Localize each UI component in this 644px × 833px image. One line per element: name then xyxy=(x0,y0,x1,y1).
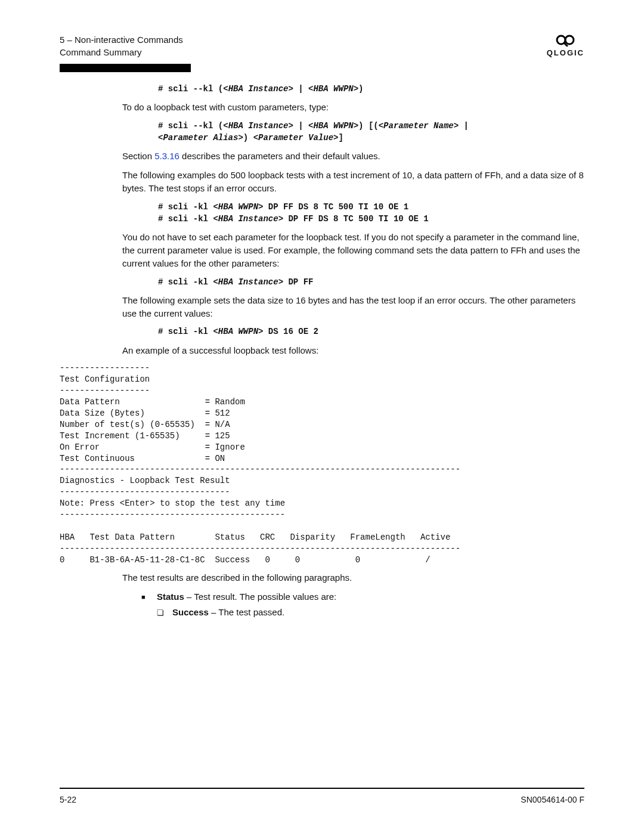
header-divider xyxy=(60,64,191,72)
command-block-4: # scli -kl <HBA Instance> DP FF xyxy=(158,276,584,288)
page-number: 5-22 xyxy=(60,794,76,806)
paragraph: The following example sets the data size… xyxy=(122,294,584,320)
terminal-output: ------------------ Test Configuration --… xyxy=(60,363,584,565)
brand-logo: QLOGIC xyxy=(547,33,584,59)
svg-point-1 xyxy=(565,36,574,44)
paragraph: The following examples do 500 loopback t… xyxy=(122,169,584,195)
page-footer: 5-22 SN0054614-00 F xyxy=(60,788,584,806)
section-title: Command Summary xyxy=(60,46,183,58)
page-header: 5 – Non-interactive Commands Command Sum… xyxy=(60,33,584,59)
document-id: SN0054614-00 F xyxy=(521,794,584,806)
paragraph: An example of a successful loopback test… xyxy=(122,344,584,357)
command-block-2: # scli --kl (<HBA Instance> | <HBA WWPN>… xyxy=(158,120,584,144)
paragraph: The test results are described in the fo… xyxy=(122,571,584,584)
list-item: Status – Test result. The possible value… xyxy=(141,590,584,603)
svg-point-0 xyxy=(557,36,565,44)
paragraph: To do a loopback test with custom parame… xyxy=(122,101,584,114)
chapter-title: 5 – Non-interactive Commands xyxy=(60,33,183,46)
brand-text: QLOGIC xyxy=(547,48,584,57)
section-link[interactable]: 5.3.16 xyxy=(154,151,179,161)
list-item: Success – The test passed. xyxy=(157,606,584,619)
paragraph: Section 5.3.16 describes the parameters … xyxy=(122,150,584,163)
command-block-1: # scli --kl (<HBA Instance> | <HBA WWPN>… xyxy=(158,83,584,95)
qlogic-icon xyxy=(555,33,576,47)
paragraph: You do not have to set each parameter fo… xyxy=(122,231,584,270)
command-block-3: # scli -kl <HBA WWPN> DP FF DS 8 TC 500 … xyxy=(158,201,584,225)
command-block-5: # scli -kl <HBA WWPN> DS 16 OE 2 xyxy=(158,326,584,337)
